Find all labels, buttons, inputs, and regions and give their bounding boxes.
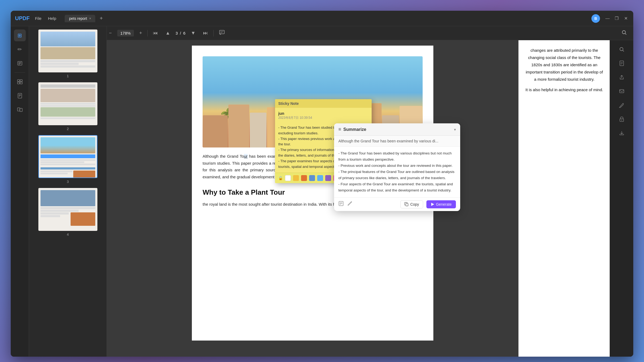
- copy-button[interactable]: Copy: [400, 200, 423, 208]
- right-sidebar-mail[interactable]: [616, 85, 628, 97]
- pdf-content-area: 🌴: [107, 40, 633, 357]
- page-total: 6: [183, 31, 185, 35]
- right-sidebar-security[interactable]: [616, 113, 628, 125]
- right-sidebar-edit-doc[interactable]: [616, 57, 628, 69]
- summarize-footer: Copy Generate: [334, 197, 460, 211]
- right-sidebar-search[interactable]: [616, 43, 628, 55]
- content-area: ⊞ ✏: [11, 26, 633, 357]
- pdf-area: − 178% + ⏮ ▲ 3 / 6 ▼ ⏭: [107, 26, 633, 357]
- svg-point-37: [621, 120, 622, 121]
- right-panel-text-2: It is also helpful in achieving peace of…: [524, 86, 604, 93]
- generate-label: Generate: [436, 202, 452, 206]
- sticky-note-header: Sticky Note: [275, 99, 372, 108]
- close-btn[interactable]: ✕: [623, 15, 629, 22]
- thumbnail-num-3: 3: [67, 180, 69, 184]
- maximize-btn[interactable]: ❐: [613, 15, 620, 22]
- svg-rect-15: [219, 30, 224, 34]
- menu-file[interactable]: File: [35, 16, 41, 21]
- svg-line-29: [623, 50, 624, 51]
- title-bar: UPDF File Help pets report × + B — ❐ ✕: [11, 11, 633, 26]
- thumbnail-item-3[interactable]: 3: [32, 135, 103, 184]
- nav-first-btn[interactable]: ⏮: [151, 29, 160, 37]
- sidebar-icon-convert[interactable]: [14, 104, 26, 116]
- tab-add-btn[interactable]: +: [97, 14, 105, 23]
- tab-close-btn[interactable]: ×: [89, 17, 91, 20]
- nav-last-btn[interactable]: ⏭: [201, 29, 210, 37]
- thumbnail-panel: 1 2: [29, 26, 107, 357]
- app-logo: UPDF: [15, 15, 30, 21]
- svg-rect-34: [620, 90, 624, 93]
- sidebar-divider: [14, 72, 25, 73]
- thumbnail-image-1: [38, 29, 97, 72]
- nav-prev-btn[interactable]: ▲: [163, 29, 172, 37]
- thumbnail-item-2[interactable]: 2: [32, 82, 103, 131]
- comment-btn[interactable]: [217, 28, 227, 38]
- page-nav: 3 / 6: [175, 31, 185, 35]
- right-sidebar-export[interactable]: [616, 127, 628, 139]
- thumbnail-num-4: 4: [67, 232, 69, 237]
- right-sidebar-share[interactable]: [616, 71, 628, 83]
- summarize-list-icon[interactable]: [338, 201, 344, 208]
- summarize-input-area[interactable]: Although the Grand Tour has been examine…: [334, 136, 460, 147]
- pdf-toolbar: − 178% + ⏮ ▲ 3 / 6 ▼ ⏭: [107, 26, 633, 40]
- svg-line-19: [625, 34, 626, 35]
- generate-button[interactable]: Generate: [426, 200, 456, 208]
- sidebar-icon-thumbnails[interactable]: ⊞: [14, 29, 26, 41]
- menu-help[interactable]: Help: [48, 16, 56, 21]
- copy-label: Copy: [410, 202, 419, 206]
- page-current[interactable]: 3: [175, 31, 178, 35]
- toolbar-divider-2: [213, 30, 214, 36]
- tab-active[interactable]: pets report ×: [65, 15, 95, 22]
- window-controls: — ❐ ✕: [604, 15, 629, 22]
- svg-rect-6: [17, 82, 20, 84]
- user-avatar[interactable]: B: [591, 14, 600, 23]
- color-red-orange[interactable]: [301, 175, 307, 181]
- summarize-pen-icon[interactable]: [347, 201, 352, 208]
- color-blue[interactable]: [309, 175, 315, 181]
- sidebar-icon-annotate[interactable]: [14, 57, 26, 69]
- title-bar-controls: B — ❐ ✕: [591, 14, 629, 23]
- zoom-level[interactable]: 178%: [117, 30, 134, 36]
- sticky-note-date: 2023年8月7日 10:39:54: [278, 116, 368, 120]
- svg-point-28: [620, 47, 623, 51]
- svg-rect-8: [18, 93, 22, 98]
- summarize-popup: ≡ Summarize ▾ Although the Grand Tour ha…: [334, 123, 460, 211]
- search-btn[interactable]: [619, 29, 629, 38]
- thumbnail-item-4[interactable]: 4: [32, 188, 103, 237]
- app-window: UPDF File Help pets report × + B — ❐ ✕ ⊞…: [11, 11, 633, 357]
- minimize-btn[interactable]: —: [604, 15, 611, 22]
- thumbnail-num-2: 2: [67, 127, 69, 131]
- tab-title: pets report: [69, 16, 87, 21]
- toolbar-divider-1: [147, 30, 148, 36]
- svg-rect-26: [406, 204, 408, 206]
- summarize-dropdown-btn[interactable]: ▾: [454, 127, 456, 132]
- right-sidebar-tools[interactable]: [616, 99, 628, 111]
- color-light-blue[interactable]: [317, 175, 323, 181]
- sticky-note-author: jun: [278, 111, 368, 116]
- color-purple[interactable]: [325, 175, 331, 181]
- tab-area: pets report × +: [65, 14, 588, 23]
- zoom-in-btn[interactable]: +: [137, 29, 144, 37]
- lock-icon: 🔒: [278, 176, 283, 180]
- color-white[interactable]: [285, 175, 291, 181]
- pdf-page: 🌴: [107, 40, 518, 357]
- right-sidebar: [610, 40, 633, 357]
- summarize-results: - The Grand Tour has been studied by var…: [334, 147, 460, 197]
- color-orange[interactable]: [293, 175, 299, 181]
- svg-rect-7: [20, 82, 22, 84]
- svg-rect-4: [17, 80, 20, 82]
- svg-rect-5: [20, 80, 22, 82]
- svg-rect-13: [20, 108, 22, 112]
- thumbnail-item-1[interactable]: 1: [32, 29, 103, 78]
- zoom-out-btn[interactable]: −: [107, 29, 114, 37]
- thumbnail-image-4: [38, 188, 97, 231]
- nav-next-btn[interactable]: ▼: [189, 29, 198, 37]
- right-text-panel: changes are attributed primarily to the …: [518, 40, 610, 357]
- sidebar-icon-organize[interactable]: [14, 76, 26, 88]
- svg-marker-27: [431, 203, 434, 206]
- summarize-header: ≡ Summarize ▾: [334, 123, 460, 136]
- sidebar-icon-edit[interactable]: ✏: [14, 43, 26, 55]
- svg-point-18: [622, 31, 625, 34]
- sidebar-icon-extract[interactable]: [14, 90, 26, 102]
- right-panel-text: changes are attributed primarily to the …: [524, 47, 604, 83]
